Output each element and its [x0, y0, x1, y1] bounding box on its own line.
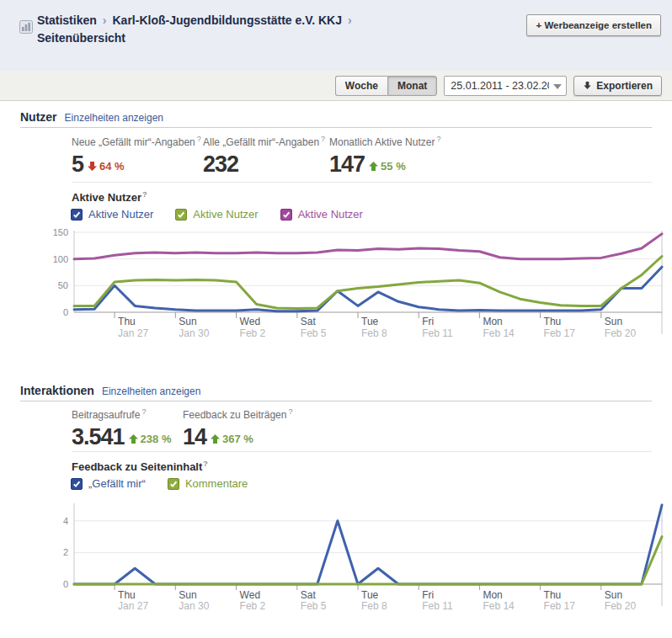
download-arrow-icon	[583, 81, 592, 90]
date-range-select[interactable]: 25.01.2011 - 23.02.2011	[444, 76, 567, 96]
interactions-details-link[interactable]: Einzelheiten anzeigen	[102, 385, 200, 397]
svg-text:Feb 17: Feb 17	[544, 327, 576, 339]
breadcrumb-statistiken[interactable]: Statistiken	[37, 13, 97, 27]
stat-monthly-active-users: Monatlich Aktive Nutzer? 147 55 %	[329, 135, 440, 176]
stat-delta: 55 %	[381, 160, 406, 173]
interactions-stats-row: Beitragsaufrufe? 3.541 238 % Feedback zu…	[72, 407, 292, 449]
svg-text:Sun: Sun	[179, 589, 196, 601]
svg-text:Jan 27: Jan 27	[118, 327, 148, 339]
legend-item-monthly[interactable]: Aktive Nutzer	[280, 208, 363, 221]
feedback-chart-title: Feedback zu Seiteninhalt?	[72, 460, 208, 473]
period-segmented-control: Woche Monat	[335, 76, 437, 96]
checked-checkbox-icon[interactable]	[280, 209, 292, 221]
help-icon[interactable]: ?	[203, 460, 208, 468]
legend-item-weekly[interactable]: Aktive Nutzer	[175, 208, 258, 221]
export-button[interactable]: Exportieren	[573, 76, 662, 96]
breadcrumb-seitenuebersicht[interactable]: Seitenübersicht	[37, 31, 125, 45]
divider	[20, 401, 652, 401]
svg-text:Feb 17: Feb 17	[544, 600, 576, 612]
stat-label: Beitragsaufrufe	[72, 409, 140, 421]
svg-text:Sun: Sun	[605, 589, 622, 601]
svg-text:Thu: Thu	[118, 589, 136, 601]
help-icon[interactable]: ?	[197, 135, 201, 143]
checked-checkbox-icon[interactable]	[71, 478, 83, 490]
breadcrumb-separator: ›	[348, 13, 352, 27]
stat-value: 3.541	[72, 426, 125, 449]
users-details-link[interactable]: Einzelheiten anzeigen	[65, 112, 163, 124]
svg-text:Feb 8: Feb 8	[361, 600, 387, 612]
help-icon[interactable]: ?	[288, 407, 292, 416]
legend-label: Aktive Nutzer	[88, 208, 153, 221]
increase-arrow-icon	[128, 433, 139, 444]
svg-text:Tue: Tue	[361, 316, 379, 327]
stat-value: 232	[203, 153, 238, 176]
svg-text:Sun: Sun	[179, 316, 196, 327]
svg-text:Wed: Wed	[240, 589, 260, 601]
svg-text:Feb 5: Feb 5	[301, 327, 327, 339]
svg-text:0: 0	[63, 307, 68, 317]
page-header: Statistiken›Karl-Kloß-Jugendbildungsstät…	[0, 0, 672, 71]
breadcrumb-page-name[interactable]: Karl-Kloß-Jugendbildungsstätte e.V. KKJ	[112, 13, 342, 27]
interactions-section-title: Interaktionen	[20, 384, 94, 397]
divider	[72, 182, 652, 183]
svg-text:Fri: Fri	[422, 316, 434, 327]
svg-text:Jan 30: Jan 30	[179, 600, 209, 612]
svg-text:Wed: Wed	[240, 316, 260, 327]
svg-text:Feb 11: Feb 11	[422, 600, 453, 612]
date-range-value: 25.01.2011 - 23.02.2011	[451, 80, 549, 92]
svg-text:0: 0	[63, 579, 68, 589]
feedback-chart: 024ThuJan 27SunJan 30WedFeb 2SatFeb 5Tue…	[0, 495, 672, 616]
svg-text:Feb 2: Feb 2	[240, 600, 266, 612]
help-icon[interactable]: ?	[321, 135, 325, 143]
svg-text:Sun: Sun	[605, 316, 622, 327]
svg-text:Jan 27: Jan 27	[118, 600, 148, 612]
legend-item-daily[interactable]: Aktive Nutzer	[71, 208, 153, 221]
help-icon[interactable]: ?	[142, 190, 147, 199]
svg-text:Feb 20: Feb 20	[605, 600, 637, 612]
legend-label: Aktive Nutzer	[298, 208, 363, 221]
users-section-title: Nutzer	[20, 110, 57, 124]
stat-value: 14	[183, 426, 206, 449]
stat-label: Alle „Gefällt mir“-Angaben	[203, 136, 319, 148]
week-button[interactable]: Woche	[335, 76, 387, 96]
help-icon[interactable]: ?	[141, 407, 146, 416]
checked-checkbox-icon[interactable]	[175, 209, 187, 221]
legend-item-likes[interactable]: „Gefällt mir“	[71, 477, 146, 490]
checked-checkbox-icon[interactable]	[168, 478, 179, 490]
statistics-icon	[19, 20, 33, 34]
users-section-header: Nutzer Einzelheiten anzeigen	[20, 110, 163, 124]
help-icon[interactable]: ?	[436, 135, 440, 143]
month-button[interactable]: Monat	[387, 76, 437, 96]
legend-label: Aktive Nutzer	[193, 208, 258, 221]
stat-new-likes: Neue „Gefällt mir“-Angaben? 5 64 %	[72, 135, 203, 176]
svg-text:Thu: Thu	[118, 316, 136, 327]
legend-label: Kommentare	[185, 477, 248, 490]
svg-text:Feb 14: Feb 14	[483, 327, 515, 339]
export-label: Exportieren	[596, 80, 653, 92]
svg-text:Feb 20: Feb 20	[605, 327, 637, 339]
svg-text:Mon: Mon	[483, 589, 502, 601]
svg-text:Feb 8: Feb 8	[361, 327, 387, 339]
stat-label: Feedback zu Beiträgen	[183, 409, 286, 421]
svg-text:Sat: Sat	[301, 589, 317, 601]
svg-text:Mon: Mon	[483, 316, 502, 327]
breadcrumb-separator: ›	[103, 13, 107, 27]
checked-checkbox-icon[interactable]	[71, 209, 83, 221]
legend-label: „Gefällt mir“	[88, 477, 146, 490]
stat-value: 5	[72, 153, 83, 176]
svg-text:50: 50	[58, 280, 68, 290]
svg-text:Sat: Sat	[301, 316, 317, 327]
users-stats-row: Neue „Gefällt mir“-Angaben? 5 64 % Alle …	[72, 135, 440, 176]
interactions-section-header: Interaktionen Einzelheiten anzeigen	[20, 384, 200, 397]
svg-text:Tue: Tue	[361, 589, 379, 601]
svg-text:Thu: Thu	[544, 589, 562, 601]
svg-text:4: 4	[63, 516, 68, 526]
svg-text:Feb 2: Feb 2	[240, 327, 266, 339]
legend-item-comments[interactable]: Kommentare	[168, 477, 248, 490]
create-ad-button[interactable]: + Werbeanzeige erstellen	[526, 14, 661, 36]
decrease-arrow-icon	[87, 161, 98, 172]
divider	[72, 451, 652, 452]
increase-arrow-icon	[368, 161, 379, 172]
active-users-legend: Aktive Nutzer Aktive Nutzer Aktive Nutze…	[71, 208, 385, 221]
stat-total-likes: Alle „Gefällt mir“-Angaben? 232	[203, 135, 329, 176]
